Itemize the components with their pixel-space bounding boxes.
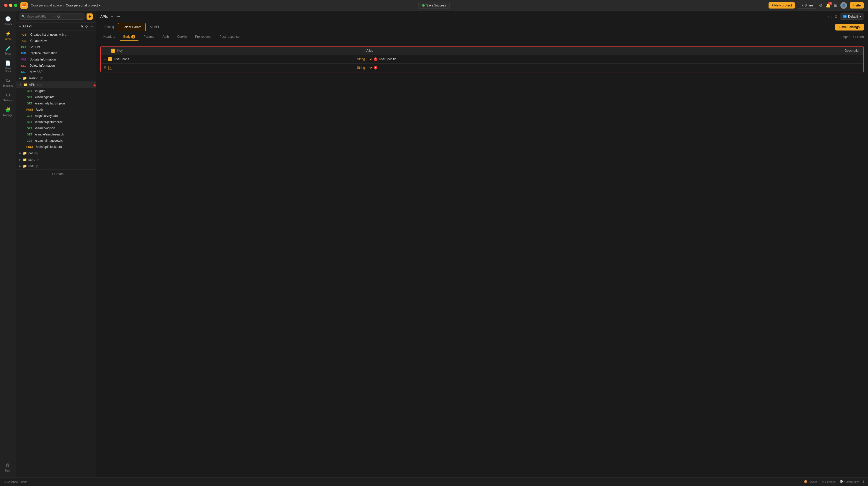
folder-item-testing[interactable]: ▶ 📁 Testing (2)	[16, 75, 96, 81]
row-checkbox[interactable]: ✓	[108, 57, 113, 61]
sidebar-add-button[interactable]: +	[87, 13, 93, 20]
tab-prerequest[interactable]: Pre-request	[192, 33, 214, 40]
tab-cookie[interactable]: Cookie	[174, 33, 190, 40]
info-icon[interactable]: ℹ	[863, 480, 864, 483]
drag-handle-icon[interactable]: ⠿	[104, 57, 106, 61]
search-input[interactable]	[27, 15, 53, 18]
env-dropdown[interactable]: D Default ▾	[840, 13, 864, 20]
more-icon[interactable]: ⋯	[90, 25, 93, 28]
sidebar-item-manage[interactable]: 🧩 Manage	[1, 105, 15, 119]
tab-all-api[interactable]: All API	[146, 23, 163, 31]
export-button[interactable]: ↑ Export	[852, 35, 864, 39]
nav-back-button[interactable]: ‹	[828, 15, 829, 19]
drag-handle-icon[interactable]: ⠿	[104, 66, 106, 69]
type-select[interactable]: String Number Boolean	[356, 57, 373, 61]
tab-params[interactable]: Params	[141, 33, 157, 40]
all-api-label[interactable]: All API	[23, 25, 32, 28]
sidebar-item-apis[interactable]: ⚡ APIs	[1, 29, 15, 42]
settings-small-icon[interactable]: ◇	[85, 25, 88, 28]
import-button[interactable]: ↓ Import	[839, 35, 850, 39]
api-path: /odin/api/blockdata	[36, 145, 62, 149]
bottom-settings-button[interactable]: ⚙ Settings	[822, 480, 836, 483]
personal-space-label[interactable]: Cora personal space	[31, 3, 62, 7]
tab-body[interactable]: Body 1	[120, 33, 138, 40]
list-item[interactable]: GET /simple/simplesearch	[16, 131, 96, 138]
settings-icon[interactable]: ⚙	[819, 3, 823, 8]
layout-icon[interactable]: ⊞	[834, 3, 837, 8]
folder-item-pet[interactable]: ▶ 📁 pet (9)	[16, 150, 96, 156]
method-badge-get: GET	[25, 133, 34, 136]
list-item[interactable]: GET /user/logininfo	[16, 94, 96, 100]
community-button[interactable]: 💬 Community	[840, 480, 859, 483]
settings-topbar-icon[interactable]: ⚙	[834, 15, 838, 19]
sidebar-item-tests[interactable]: 🧪 Tests	[1, 44, 15, 57]
search-filter-all[interactable]: All	[57, 15, 60, 18]
api-item-name: New SSE	[29, 70, 43, 74]
project-name[interactable]: Cora personal project ▾	[66, 3, 101, 7]
icon-sidebar: 🕐 History ⚡ APIs 🧪 Tests 📄 Share Docs 🗂 …	[0, 11, 16, 477]
list-item[interactable]: GET /sugrec	[16, 88, 96, 94]
bottom-bar-right: 🍪 Cookie ⚙ Settings 💬 Community ℹ	[804, 480, 864, 483]
folder-item-apis[interactable]: ▼ 📁 APIs (10)	[16, 81, 96, 88]
save-settings-button[interactable]: Save Settings	[835, 24, 864, 30]
copy-icon[interactable]: ⎘	[82, 25, 83, 28]
folder-count: (7)	[36, 165, 39, 168]
avatar[interactable]: 👤	[840, 2, 847, 9]
folder-item-user[interactable]: ▶ 📁 user (7)	[16, 163, 96, 169]
description-input[interactable]	[621, 66, 860, 69]
value-input[interactable]	[379, 66, 619, 69]
tab-auth[interactable]: Auth	[159, 33, 172, 40]
header-checkbox[interactable]: ✓	[111, 49, 115, 53]
type-select[interactable]: String Number Boolean	[356, 66, 373, 70]
maximize-button[interactable]	[14, 4, 17, 7]
sidebar-item-share-docs[interactable]: 📄 Share Docs	[1, 58, 15, 75]
list-item[interactable]: GET Get List	[16, 44, 96, 50]
sidebar-item-trash[interactable]: 🗑 Trash	[1, 461, 15, 474]
add-tab-button[interactable]: +	[110, 14, 115, 19]
list-item[interactable]: PUT Replace Information	[16, 50, 96, 56]
list-item[interactable]: GET /search/acjson	[16, 125, 96, 131]
more-options-button[interactable]: •••	[117, 15, 120, 19]
list-item[interactable]: DEL Delete Information	[16, 62, 96, 69]
list-item[interactable]: GET /aigc/surveydata	[16, 113, 96, 119]
list-item[interactable]: PAT Update Information	[16, 56, 96, 62]
notification-badge[interactable]: 🔔 2	[826, 3, 831, 8]
cookie-button[interactable]: 🍪 Cookie	[804, 480, 817, 483]
method-badge-get: GET	[25, 96, 34, 99]
tab-headers[interactable]: Headers	[100, 33, 118, 40]
sidebar-item-settings[interactable]: ⚙ Settings	[1, 90, 15, 104]
row-checkbox[interactable]: ✓	[108, 66, 113, 70]
tab-folder-param[interactable]: Folder Param	[118, 23, 146, 31]
key-input[interactable]	[115, 66, 354, 69]
titlebar-right-icons: ⚙ 🔔 2 ⊞ 👤	[819, 2, 847, 9]
value-input[interactable]	[379, 57, 619, 61]
list-item[interactable]: POST /abdr	[16, 107, 96, 113]
list-item[interactable]: SSE New SSE	[16, 69, 96, 75]
new-project-button[interactable]: + New project	[769, 2, 795, 8]
required-indicator[interactable]: *	[374, 66, 377, 69]
list-item[interactable]: POST Creates list of users with ...	[16, 32, 96, 38]
api-path: /search/imagesetpic	[35, 139, 63, 142]
create-button[interactable]: + + Create	[16, 169, 96, 178]
list-item[interactable]: POST /odin/api/blockdata	[16, 144, 96, 150]
list-item[interactable]: GET /search/dyTabStr.json	[16, 100, 96, 107]
body-table: ✓ Key Value Description ⠿ ✓ String	[100, 46, 864, 73]
description-input[interactable]	[621, 57, 860, 61]
close-button[interactable]	[4, 4, 7, 7]
minimize-button[interactable]	[9, 4, 12, 7]
tab-postresponse[interactable]: Post-response	[216, 33, 243, 40]
list-item[interactable]: GET /counter/pictureclick	[16, 119, 96, 125]
list-item[interactable]: GET /search/imagesetpic	[16, 138, 96, 144]
share-button[interactable]: ↗ Share	[798, 2, 816, 9]
sidebar-item-history[interactable]: 🕐 History	[1, 14, 15, 28]
sidebar-item-schemas[interactable]: 🗂 Schemas	[1, 76, 15, 89]
key-input[interactable]	[115, 57, 354, 61]
folder-item-store[interactable]: ▶ 📁 store (4)	[16, 156, 96, 163]
list-item[interactable]: POST Create New	[16, 38, 96, 44]
required-indicator[interactable]: *	[374, 57, 377, 61]
collapse-sidebar-button[interactable]: « Collapse Sidebar	[4, 480, 28, 483]
nav-forward-button[interactable]: ›	[831, 15, 833, 19]
type-select-wrap: String Number Boolean *	[356, 66, 377, 70]
invite-button[interactable]: Invite	[850, 2, 864, 8]
tab-setting[interactable]: Setting	[100, 23, 118, 31]
